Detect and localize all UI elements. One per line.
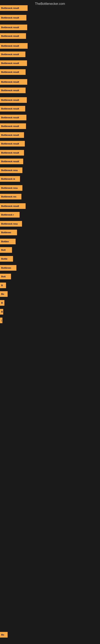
bar-label-37: Bo <box>1 634 4 636</box>
bar-10[interactable]: Bottleneck result <box>0 88 26 93</box>
bar-label-13: Bottleneck result <box>1 116 19 119</box>
bar-19[interactable]: Bottleneck resu <box>0 168 22 173</box>
bar-item-24: Bottleneck r <box>0 212 20 218</box>
bar-35[interactable]: B <box>0 309 3 314</box>
bar-label-29: Bottle <box>1 258 7 260</box>
bar-2[interactable]: Bottleneck result <box>0 15 26 20</box>
bar-item-16: Bottleneck result <box>0 141 25 146</box>
bar-label-7: Bottleneck result <box>1 62 19 64</box>
bar-label-24: Bottleneck r <box>1 214 14 216</box>
bar-27[interactable]: Bottlen <box>0 239 16 244</box>
bar-23[interactable]: Bottleneck result <box>0 203 26 209</box>
bar-34[interactable]: B <box>0 300 4 306</box>
bar-label-33: Bo <box>1 293 4 295</box>
bar-label-36: | <box>1 319 2 322</box>
bar-item-7: Bottleneck result <box>0 60 27 66</box>
bar-item-35: B <box>0 309 3 314</box>
bar-item-28: Bott <box>0 247 12 253</box>
bar-1[interactable]: Bottleneck result <box>0 5 28 11</box>
bar-label-2: Bottleneck result <box>1 16 19 19</box>
bar-item-29: Bottle <box>0 256 13 262</box>
bar-item-25: Bottleneck resu <box>0 221 22 226</box>
bar-item-2: Bottleneck result <box>0 15 26 20</box>
bar-item-23: Bottleneck result <box>0 203 26 209</box>
bar-label-9: Bottleneck result <box>1 81 19 83</box>
bar-item-21: Bottleneck resu <box>0 185 22 191</box>
bar-label-15: Bottleneck result <box>1 134 19 136</box>
bar-15[interactable]: Bottleneck result <box>0 132 24 138</box>
bar-item-11: Bottleneck result <box>0 97 27 103</box>
bar-item-22: Bottleneck res <box>0 194 21 200</box>
bar-17[interactable]: Bottleneck result <box>0 150 24 156</box>
bar-14[interactable]: Bottleneck result <box>0 123 26 129</box>
bar-label-10: Bottleneck result <box>1 89 19 92</box>
bar-item-12: Bottleneck result <box>0 106 25 112</box>
bar-7[interactable]: Bottleneck result <box>0 60 27 66</box>
bar-item-18: Bottleneck result <box>0 158 23 164</box>
bar-11[interactable]: Bottleneck result <box>0 97 27 103</box>
bar-item-34: B <box>0 300 4 306</box>
bar-6[interactable]: Bottleneck result <box>0 52 25 57</box>
bar-label-34: B <box>1 302 3 304</box>
bar-item-13: Bottleneck result <box>0 115 26 120</box>
bar-9[interactable]: Bottleneck result <box>0 79 27 85</box>
bar-label-23: Bottleneck result <box>1 205 19 207</box>
bar-item-19: Bottleneck resu <box>0 168 22 173</box>
bar-25[interactable]: Bottleneck resu <box>0 221 22 226</box>
bar-label-30: Bottlenec <box>1 267 11 269</box>
bar-label-17: Bottleneck result <box>1 152 19 154</box>
bar-32[interactable]: B <box>0 282 6 288</box>
bar-29[interactable]: Bottle <box>0 256 13 262</box>
bar-36[interactable]: | <box>0 318 2 323</box>
bar-item-14: Bottleneck result <box>0 123 26 129</box>
bar-label-11: Bottleneck result <box>1 99 19 101</box>
bar-33[interactable]: Bo <box>0 291 8 297</box>
bar-label-12: Bottleneck result <box>1 108 19 110</box>
bar-item-10: Bottleneck result <box>0 88 26 93</box>
bar-label-21: Bottleneck resu <box>1 187 18 189</box>
bar-label-18: Bottleneck result <box>1 160 19 162</box>
bar-item-9: Bottleneck result <box>0 79 27 85</box>
bar-item-33: Bo <box>0 291 8 297</box>
bar-30[interactable]: Bottlenec <box>0 265 16 271</box>
bar-label-19: Bottleneck resu <box>1 169 18 172</box>
bar-label-14: Bottleneck result <box>1 125 19 128</box>
bar-item-3: Bottleneck result <box>0 24 27 30</box>
bar-label-20: Bottleneck re <box>1 178 15 180</box>
bar-16[interactable]: Bottleneck result <box>0 141 25 146</box>
bar-20[interactable]: Bottleneck re <box>0 176 20 182</box>
bar-label-35: B <box>1 310 3 313</box>
bar-item-20: Bottleneck re <box>0 176 20 182</box>
bar-3[interactable]: Bottleneck result <box>0 24 27 30</box>
bar-item-32: B <box>0 282 6 288</box>
bar-12[interactable]: Bottleneck result <box>0 106 25 112</box>
bar-18[interactable]: Bottleneck result <box>0 158 23 164</box>
bar-item-27: Bottlen <box>0 239 16 244</box>
bar-26[interactable]: Bottlenec <box>0 230 17 235</box>
bar-label-22: Bottleneck res <box>1 196 16 198</box>
bar-label-5: Bottleneck result <box>1 45 19 47</box>
bar-item-30: Bottlenec <box>0 265 16 271</box>
bar-31[interactable]: Bott <box>0 274 11 279</box>
bar-5[interactable]: Bottleneck result <box>0 43 28 49</box>
bar-item-17: Bottleneck result <box>0 150 24 156</box>
bar-item-36: | <box>0 318 2 323</box>
bar-8[interactable]: Bottleneck result <box>0 69 26 75</box>
bar-4[interactable]: Bottleneck result <box>0 33 26 39</box>
bar-label-32: B <box>1 284 3 286</box>
bar-28[interactable]: Bott <box>0 247 12 253</box>
bar-item-8: Bottleneck result <box>0 69 26 75</box>
bar-item-5: Bottleneck result <box>0 43 28 49</box>
bar-label-25: Bottleneck resu <box>1 222 18 225</box>
bar-label-26: Bottlenec <box>1 231 11 234</box>
bar-label-1: Bottleneck result <box>1 7 19 9</box>
bar-37[interactable]: Bo <box>0 632 8 638</box>
bar-label-6: Bottleneck result <box>1 53 19 56</box>
bar-label-4: Bottleneck result <box>1 35 19 37</box>
bar-22[interactable]: Bottleneck res <box>0 194 21 200</box>
bar-13[interactable]: Bottleneck result <box>0 115 26 120</box>
bar-item-4: Bottleneck result <box>0 33 26 39</box>
bar-24[interactable]: Bottleneck r <box>0 212 20 218</box>
bar-label-16: Bottleneck result <box>1 142 19 145</box>
bar-21[interactable]: Bottleneck resu <box>0 185 22 191</box>
